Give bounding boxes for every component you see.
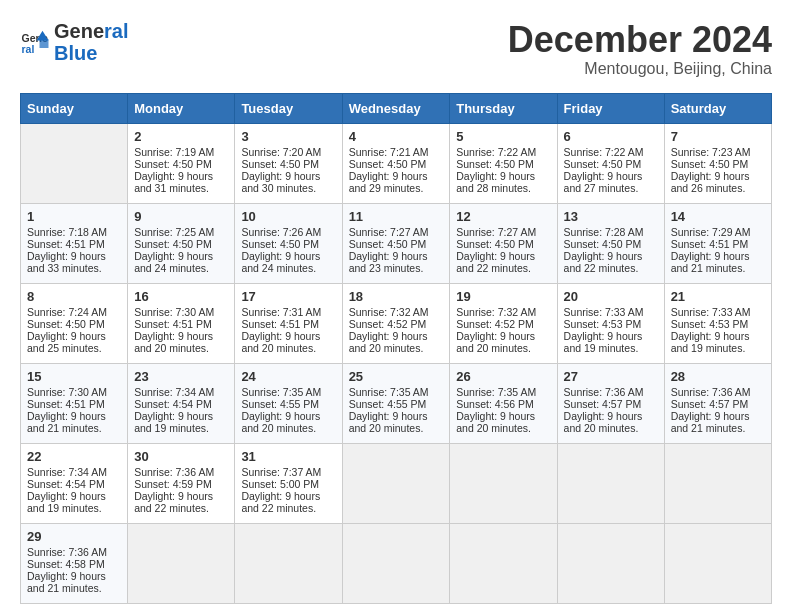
header-tuesday: Tuesday	[235, 93, 342, 123]
daylight-label: Daylight: 9 hours and 26 minutes.	[671, 170, 750, 194]
calendar-cell: 12Sunrise: 7:27 AMSunset: 4:50 PMDayligh…	[450, 203, 557, 283]
calendar-cell: 18Sunrise: 7:32 AMSunset: 4:52 PMDayligh…	[342, 283, 450, 363]
day-number: 11	[349, 209, 444, 224]
sunset-label: Sunset: 4:50 PM	[456, 238, 534, 250]
day-number: 23	[134, 369, 228, 384]
sunrise-label: Sunrise: 7:28 AM	[564, 226, 644, 238]
sunset-label: Sunset: 4:50 PM	[349, 238, 427, 250]
calendar-cell: 31Sunrise: 7:37 AMSunset: 5:00 PMDayligh…	[235, 443, 342, 523]
logo-line1: General	[54, 20, 129, 42]
sunrise-label: Sunrise: 7:24 AM	[27, 306, 107, 318]
sunrise-label: Sunrise: 7:32 AM	[456, 306, 536, 318]
day-number: 15	[27, 369, 121, 384]
day-number: 21	[671, 289, 765, 304]
sunset-label: Sunset: 4:57 PM	[564, 398, 642, 410]
sunset-label: Sunset: 4:51 PM	[241, 318, 319, 330]
daylight-label: Daylight: 9 hours and 22 minutes.	[134, 490, 213, 514]
day-number: 6	[564, 129, 658, 144]
sunrise-label: Sunrise: 7:35 AM	[456, 386, 536, 398]
day-number: 9	[134, 209, 228, 224]
day-number: 4	[349, 129, 444, 144]
month-title: December 2024	[508, 20, 772, 60]
day-number: 29	[27, 529, 121, 544]
daylight-label: Daylight: 9 hours and 29 minutes.	[349, 170, 428, 194]
day-number: 19	[456, 289, 550, 304]
calendar-cell: 14Sunrise: 7:29 AMSunset: 4:51 PMDayligh…	[664, 203, 771, 283]
day-number: 5	[456, 129, 550, 144]
header-sunday: Sunday	[21, 93, 128, 123]
header-thursday: Thursday	[450, 93, 557, 123]
calendar-week-row: 8Sunrise: 7:24 AMSunset: 4:50 PMDaylight…	[21, 283, 772, 363]
sunrise-label: Sunrise: 7:31 AM	[241, 306, 321, 318]
sunset-label: Sunset: 4:50 PM	[134, 238, 212, 250]
daylight-label: Daylight: 9 hours and 27 minutes.	[564, 170, 643, 194]
daylight-label: Daylight: 9 hours and 23 minutes.	[349, 250, 428, 274]
daylight-label: Daylight: 9 hours and 20 minutes.	[456, 410, 535, 434]
sunset-label: Sunset: 4:58 PM	[27, 558, 105, 570]
sunset-label: Sunset: 4:50 PM	[456, 158, 534, 170]
header-friday: Friday	[557, 93, 664, 123]
sunrise-label: Sunrise: 7:22 AM	[564, 146, 644, 158]
page-header: Gene ral General Blue December 2024 Ment…	[20, 20, 772, 78]
sunset-label: Sunset: 4:50 PM	[241, 158, 319, 170]
day-number: 27	[564, 369, 658, 384]
calendar-cell: 29Sunrise: 7:36 AMSunset: 4:58 PMDayligh…	[21, 523, 128, 603]
calendar-cell	[342, 443, 450, 523]
calendar-cell: 13Sunrise: 7:28 AMSunset: 4:50 PMDayligh…	[557, 203, 664, 283]
daylight-label: Daylight: 9 hours and 20 minutes.	[349, 410, 428, 434]
calendar-cell: 22Sunrise: 7:34 AMSunset: 4:54 PMDayligh…	[21, 443, 128, 523]
sunrise-label: Sunrise: 7:35 AM	[241, 386, 321, 398]
day-number: 25	[349, 369, 444, 384]
calendar-cell: 21Sunrise: 7:33 AMSunset: 4:53 PMDayligh…	[664, 283, 771, 363]
calendar-cell: 4Sunrise: 7:21 AMSunset: 4:50 PMDaylight…	[342, 123, 450, 203]
sunrise-label: Sunrise: 7:34 AM	[134, 386, 214, 398]
sunrise-label: Sunrise: 7:35 AM	[349, 386, 429, 398]
sunrise-label: Sunrise: 7:27 AM	[349, 226, 429, 238]
logo: Gene ral General Blue	[20, 20, 129, 64]
sunrise-label: Sunrise: 7:36 AM	[134, 466, 214, 478]
sunrise-label: Sunrise: 7:36 AM	[564, 386, 644, 398]
daylight-label: Daylight: 9 hours and 20 minutes.	[349, 330, 428, 354]
svg-text:ral: ral	[22, 43, 35, 55]
day-number: 28	[671, 369, 765, 384]
sunrise-label: Sunrise: 7:19 AM	[134, 146, 214, 158]
sunset-label: Sunset: 4:54 PM	[27, 478, 105, 490]
calendar-cell: 26Sunrise: 7:35 AMSunset: 4:56 PMDayligh…	[450, 363, 557, 443]
daylight-label: Daylight: 9 hours and 21 minutes.	[27, 570, 106, 594]
daylight-label: Daylight: 9 hours and 20 minutes.	[241, 410, 320, 434]
day-number: 20	[564, 289, 658, 304]
calendar-cell: 5Sunrise: 7:22 AMSunset: 4:50 PMDaylight…	[450, 123, 557, 203]
calendar-cell: 28Sunrise: 7:36 AMSunset: 4:57 PMDayligh…	[664, 363, 771, 443]
sunrise-label: Sunrise: 7:37 AM	[241, 466, 321, 478]
calendar-week-row: 1Sunrise: 7:18 AMSunset: 4:51 PMDaylight…	[21, 203, 772, 283]
calendar-cell	[235, 523, 342, 603]
sunrise-label: Sunrise: 7:33 AM	[671, 306, 751, 318]
day-number: 3	[241, 129, 335, 144]
sunset-label: Sunset: 4:51 PM	[27, 238, 105, 250]
sunrise-label: Sunrise: 7:30 AM	[27, 386, 107, 398]
sunset-label: Sunset: 4:56 PM	[456, 398, 534, 410]
sunset-label: Sunset: 4:53 PM	[564, 318, 642, 330]
sunrise-label: Sunrise: 7:25 AM	[134, 226, 214, 238]
day-number: 30	[134, 449, 228, 464]
daylight-label: Daylight: 9 hours and 22 minutes.	[241, 490, 320, 514]
sunset-label: Sunset: 4:52 PM	[456, 318, 534, 330]
day-number: 13	[564, 209, 658, 224]
sunrise-label: Sunrise: 7:33 AM	[564, 306, 644, 318]
calendar-cell: 20Sunrise: 7:33 AMSunset: 4:53 PMDayligh…	[557, 283, 664, 363]
header-monday: Monday	[128, 93, 235, 123]
sunset-label: Sunset: 4:50 PM	[349, 158, 427, 170]
calendar-cell	[21, 123, 128, 203]
sunset-label: Sunset: 4:54 PM	[134, 398, 212, 410]
calendar-week-row: 29Sunrise: 7:36 AMSunset: 4:58 PMDayligh…	[21, 523, 772, 603]
header-saturday: Saturday	[664, 93, 771, 123]
sunrise-label: Sunrise: 7:20 AM	[241, 146, 321, 158]
calendar-cell: 8Sunrise: 7:24 AMSunset: 4:50 PMDaylight…	[21, 283, 128, 363]
logo-line2: Blue	[54, 42, 129, 64]
calendar-week-row: 2Sunrise: 7:19 AMSunset: 4:50 PMDaylight…	[21, 123, 772, 203]
sunset-label: Sunset: 4:59 PM	[134, 478, 212, 490]
sunset-label: Sunset: 4:50 PM	[241, 238, 319, 250]
sunrise-label: Sunrise: 7:36 AM	[671, 386, 751, 398]
calendar-cell	[450, 523, 557, 603]
sunset-label: Sunset: 4:51 PM	[134, 318, 212, 330]
